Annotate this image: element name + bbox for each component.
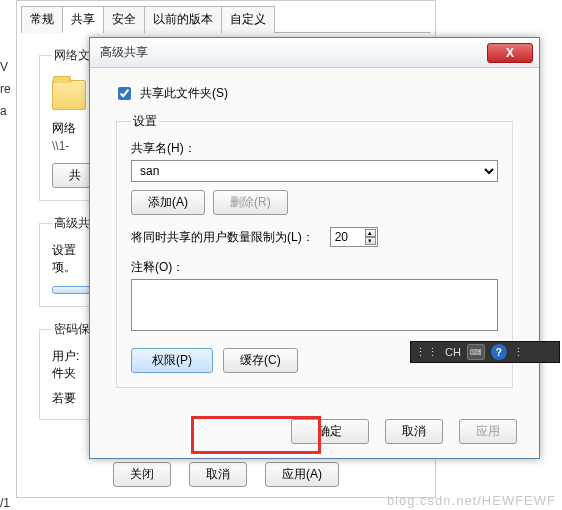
user-limit-label: 将同时共享的用户数量限制为(L)：	[131, 229, 314, 246]
dialog-button-row: 确定 取消 应用	[90, 419, 539, 444]
cancel-button[interactable]: 取消	[385, 419, 443, 444]
advanced-share-button[interactable]	[52, 286, 94, 294]
add-button[interactable]: 添加(A)	[131, 190, 205, 215]
edge-text: V re a /1	[0, 56, 16, 510]
cache-button[interactable]: 缓存(C)	[223, 348, 298, 373]
share-name-label: 共享名(H)：	[131, 140, 498, 157]
apply-button-bg[interactable]: 应用(A)	[265, 462, 339, 487]
tab-security[interactable]: 安全	[103, 6, 145, 33]
tab-previous-versions[interactable]: 以前的版本	[144, 6, 222, 33]
tab-general[interactable]: 常规	[21, 6, 63, 33]
remove-button: 删除(R)	[213, 190, 288, 215]
network-share-legend: 网络文	[52, 47, 92, 64]
spinner-down-icon[interactable]: ▾	[365, 237, 376, 245]
advanced-sharing-dialog: 高级共享 X 共享此文件夹(S) 设置 共享名(H)： san 添加(A) 删除…	[89, 37, 540, 459]
share-folder-checkbox-row[interactable]: 共享此文件夹(S)	[114, 84, 515, 103]
advanced-share-legend: 高级共	[52, 215, 92, 232]
share-folder-checkbox[interactable]	[118, 87, 131, 100]
spinner-up-icon[interactable]: ▴	[365, 229, 376, 237]
share-name-select[interactable]: san	[131, 160, 498, 182]
folder-icon	[52, 80, 86, 110]
user-limit-spinner[interactable]: 20 ▴ ▾	[330, 227, 378, 247]
dialog-title: 高级共享	[96, 44, 487, 61]
comment-textarea[interactable]	[131, 279, 498, 331]
cancel-button-bg[interactable]: 取消	[189, 462, 247, 487]
settings-legend: 设置	[131, 113, 159, 130]
ok-button[interactable]: 确定	[291, 419, 369, 444]
tab-bar: 常规 共享 安全 以前的版本 自定义	[21, 5, 431, 33]
tab-custom[interactable]: 自定义	[221, 6, 275, 33]
watermark-text: blog.csdn.net/HEWFEWF	[387, 493, 556, 508]
apply-button: 应用	[459, 419, 517, 444]
close-icon[interactable]: X	[487, 43, 533, 63]
ime-grip-icon[interactable]: ⋮	[513, 346, 525, 359]
share-folder-label: 共享此文件夹(S)	[140, 85, 228, 102]
titlebar[interactable]: 高级共享 X	[90, 38, 539, 68]
close-button[interactable]: 关闭	[113, 462, 171, 487]
comment-label: 注释(O)：	[131, 259, 498, 276]
ime-mode-label[interactable]: CH	[445, 346, 461, 358]
permissions-button[interactable]: 权限(P)	[131, 348, 213, 373]
keyboard-icon[interactable]: ⌨	[467, 344, 485, 360]
user-limit-value: 20	[335, 230, 348, 244]
ime-drag-handle-icon[interactable]: ⋮⋮	[415, 346, 439, 359]
tab-share[interactable]: 共享	[62, 6, 104, 33]
ime-toolbar[interactable]: ⋮⋮ CH ⌨ ? ⋮	[410, 341, 560, 363]
help-icon[interactable]: ?	[491, 344, 507, 360]
password-legend: 密码保	[52, 321, 92, 338]
properties-button-row: 关闭 取消 应用(A)	[17, 462, 435, 487]
